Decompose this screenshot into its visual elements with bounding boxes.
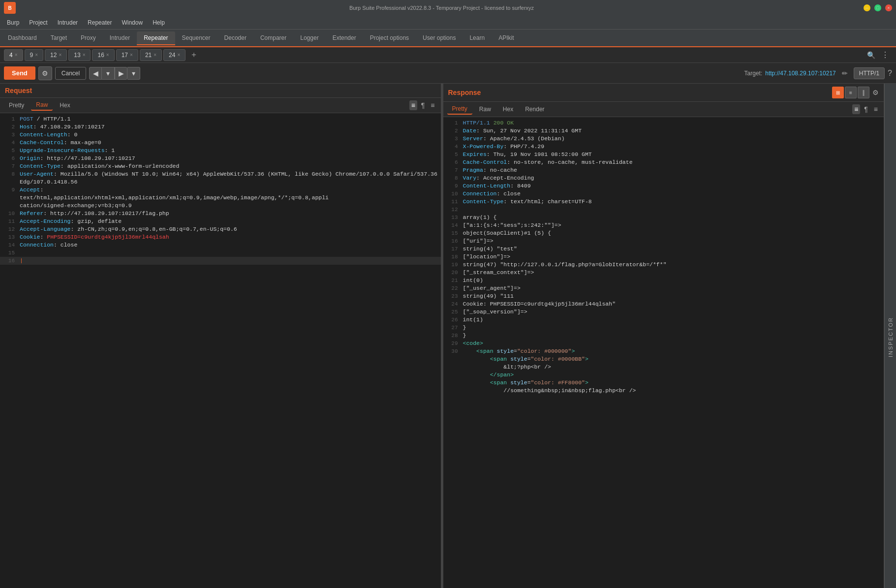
maximize-btn[interactable]: □: [874, 4, 881, 11]
response-tab-raw[interactable]: Raw: [474, 104, 496, 114]
request-newline-icon[interactable]: ¶: [419, 100, 427, 110]
code-line: 13 Cookie: PHPSESSID=c9urdtg4kjp5jl36mrl…: [0, 233, 441, 241]
rep-tab-24-close[interactable]: ×: [177, 52, 180, 58]
menu-window[interactable]: Window: [117, 17, 148, 28]
nav-dropdown-button[interactable]: ▾: [102, 67, 115, 80]
tab-user-options[interactable]: User options: [416, 31, 463, 44]
code-line: 15: [0, 249, 441, 257]
response-wrap-icon[interactable]: ≡: [872, 104, 880, 114]
tab-repeater[interactable]: Repeater: [137, 31, 175, 45]
request-code-area[interactable]: 1 POST / HTTP/1.1 2 Host: 47.108.29.107:…: [0, 113, 441, 588]
rep-tab-21[interactable]: 21×: [140, 49, 162, 61]
tab-apikit[interactable]: APIkit: [492, 31, 521, 44]
tab-menu-icon[interactable]: ⋮: [878, 50, 892, 60]
request-tab-hex[interactable]: Hex: [55, 100, 75, 110]
response-view-horizontal[interactable]: ≡: [845, 87, 857, 98]
rep-tab-24[interactable]: 24×: [163, 49, 185, 61]
code-line: 12: [443, 206, 884, 214]
rep-tab-9[interactable]: 9×: [25, 49, 44, 61]
response-view-split[interactable]: ⊞: [832, 87, 844, 98]
code-line: 2 Date: Sun, 27 Nov 2022 11:31:14 GMT: [443, 127, 884, 135]
tab-project-options[interactable]: Project options: [363, 31, 416, 44]
close-btn[interactable]: ×: [885, 4, 892, 11]
target-edit-icon[interactable]: ✏: [842, 69, 848, 77]
response-header-row: Response ⊞ ≡ ║ ⚙: [448, 87, 879, 98]
request-tab-raw[interactable]: Raw: [31, 100, 53, 111]
add-tab-button[interactable]: ＋: [187, 50, 201, 60]
tab-learn[interactable]: Learn: [463, 31, 492, 44]
response-tab-pretty[interactable]: Pretty: [447, 104, 472, 115]
rep-tab-12-close[interactable]: ×: [59, 52, 62, 58]
window-controls[interactable]: ─ □ ×: [864, 4, 892, 11]
rep-tab-16-close[interactable]: ×: [106, 52, 109, 58]
response-newline-icon[interactable]: ¶: [862, 104, 870, 114]
response-settings-icon[interactable]: ⚙: [872, 89, 879, 96]
code-line: 1 POST / HTTP/1.1: [0, 115, 441, 123]
response-view-vertical[interactable]: ║: [858, 87, 869, 98]
request-format-icon[interactable]: ≡: [409, 100, 417, 110]
code-line: <span style="color: #0000BB">: [443, 355, 884, 363]
http-version-selector[interactable]: HTTP/1: [854, 67, 885, 79]
send-button[interactable]: Send: [4, 66, 35, 80]
code-line: 10 Referer: http://47.108.29.107:10217/f…: [0, 210, 441, 217]
menu-project[interactable]: Project: [24, 17, 52, 28]
tab-comparer[interactable]: Comparer: [253, 31, 293, 44]
nav-forward-button[interactable]: ▶: [115, 67, 127, 80]
code-line: 10 Connection: close: [443, 190, 884, 198]
code-line: 17 string(4) "test": [443, 245, 884, 253]
rep-tab-21-close[interactable]: ×: [154, 52, 156, 58]
rep-tab-13-close[interactable]: ×: [83, 52, 86, 58]
tab-extender[interactable]: Extender: [326, 31, 363, 44]
tab-intruder[interactable]: Intruder: [103, 31, 137, 44]
code-line: 4 Cache-Control: max-age=0: [0, 139, 441, 147]
nav-back-button[interactable]: ◀: [89, 67, 102, 80]
nav-group: ◀ ▾ ▶ ▾: [89, 67, 140, 80]
rep-tab-13[interactable]: 13×: [68, 49, 91, 61]
code-line: 28 }: [443, 332, 884, 340]
code-line: 9 Accept:: [0, 186, 441, 194]
response-tabs: Pretty Raw Hex Render ≡ ¶ ≡: [443, 102, 884, 117]
rep-tab-16[interactable]: 16×: [92, 49, 114, 61]
tab-search-icon[interactable]: 🔍: [864, 51, 878, 59]
rep-tab-9-close[interactable]: ×: [35, 52, 38, 58]
code-line: 3 Content-Length: 0: [0, 131, 441, 139]
minimize-btn[interactable]: ─: [864, 4, 870, 11]
rep-tab-4-close[interactable]: ×: [15, 52, 18, 58]
response-tab-hex[interactable]: Hex: [498, 104, 518, 114]
menu-burp[interactable]: Burp: [2, 17, 24, 28]
menu-help[interactable]: Help: [148, 17, 170, 28]
code-line: 20 ["_stream_context"]=>: [443, 269, 884, 277]
request-panel-icons: ≡ ¶ ≡: [409, 100, 437, 110]
rep-tab-4[interactable]: 4×: [4, 49, 23, 61]
code-line: 1 HTTP/1.1 200 OK: [443, 119, 884, 127]
tab-sequencer[interactable]: Sequencer: [175, 31, 217, 44]
cancel-button[interactable]: Cancel: [55, 67, 86, 80]
tab-target[interactable]: Target: [44, 31, 74, 44]
menu-repeater[interactable]: Repeater: [83, 17, 117, 28]
rep-tab-17[interactable]: 17×: [116, 49, 138, 61]
rep-tab-17-close[interactable]: ×: [130, 52, 133, 58]
code-line: 23 string(49) "111: [443, 292, 884, 300]
code-line: 29 <code>: [443, 340, 884, 347]
code-line: 5 Expires: Thu, 19 Nov 1981 08:52:00 GMT: [443, 151, 884, 158]
code-line: 27 }: [443, 324, 884, 332]
response-code-area[interactable]: 1 HTTP/1.1 200 OK 2 Date: Sun, 27 Nov 20…: [443, 117, 884, 588]
tab-proxy[interactable]: Proxy: [74, 31, 103, 44]
response-tab-render[interactable]: Render: [520, 104, 549, 114]
app-logo: B: [4, 2, 16, 14]
tab-dashboard[interactable]: Dashboard: [1, 31, 44, 44]
help-icon[interactable]: ?: [888, 69, 892, 78]
inspector-sidebar[interactable]: INSPECTOR: [884, 84, 896, 588]
request-tab-pretty[interactable]: Pretty: [4, 100, 29, 110]
request-header-row: Request: [5, 87, 436, 94]
tab-decoder[interactable]: Decoder: [217, 31, 253, 44]
menu-intruder[interactable]: Intruder: [53, 17, 83, 28]
tab-logger[interactable]: Logger: [293, 31, 325, 44]
nav-forward-dropdown-button[interactable]: ▾: [127, 67, 140, 80]
code-line: 14 Connection: close: [0, 241, 441, 249]
code-line: 26 int(1): [443, 316, 884, 324]
send-options-button[interactable]: ⚙: [38, 66, 52, 80]
response-format-icon[interactable]: ≡: [852, 104, 860, 114]
rep-tab-12[interactable]: 12×: [45, 49, 67, 61]
request-wrap-icon[interactable]: ≡: [429, 100, 436, 110]
